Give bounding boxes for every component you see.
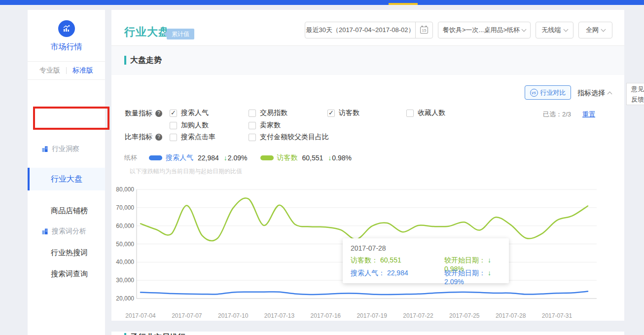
sidebar-item-search-word-query[interactable]: 搜索词查询	[28, 269, 105, 279]
chart-note: 以下涨跌幅均为当前日期与起始日期的比值	[130, 167, 242, 176]
next-section-card: 子行业交易排行	[111, 332, 624, 335]
tab-pro-version[interactable]: 专业版	[34, 66, 66, 75]
sidebar: 市场行情 专业版 标准版 行业洞察 行业大盘 商品店铺榜 搜索词分析	[28, 10, 105, 335]
tooltip-change: 2.09%	[444, 278, 464, 286]
compare-label: 行业对比	[540, 88, 566, 97]
indicator-select-label: 指标选择	[577, 89, 605, 97]
checkbox-payment-parent-ratio[interactable]: 支付金额较父类目占比	[249, 133, 329, 142]
chevron-down-icon	[601, 27, 606, 32]
label-text: 比率指标	[125, 133, 152, 142]
checkbox-seller-count[interactable]: 卖家数	[249, 121, 281, 130]
top-nav-active-tab-indicator	[389, 3, 418, 5]
sidebar-brand: 市场行情	[28, 10, 105, 52]
down-arrow-icon: ↓	[488, 256, 491, 264]
section-accent-bar	[124, 56, 126, 65]
checkbox-label: 交易指数	[260, 109, 287, 117]
legend-category: 纸杯	[124, 153, 137, 162]
terminal-dropdown[interactable]: 无线端	[536, 22, 573, 38]
building-icon	[41, 146, 48, 152]
label-text: 数量指标	[125, 109, 152, 118]
tooltip-value: 22,984	[387, 269, 408, 277]
industry-compare-button[interactable]: vs 行业对比	[525, 85, 571, 100]
feedback-text-1: 意见	[631, 84, 644, 94]
svg-text:20,000: 20,000	[116, 295, 134, 302]
svg-text:2017-07-16: 2017-07-16	[311, 312, 341, 319]
checkbox-label: 搜索人气	[181, 109, 209, 117]
chart-tooltip: 2017-07-28 访客数： 60,551 较开始日期： ↓ 0.98% 搜索…	[343, 238, 509, 283]
cumulative-value-badge: 累计值	[167, 29, 194, 39]
date-range-text[interactable]: 最近30天（2017-07-04~2017-08-02）	[305, 26, 415, 35]
legend-value-search: 22,984	[198, 154, 219, 162]
checkbox[interactable]	[249, 110, 256, 117]
checkbox[interactable]	[249, 122, 256, 129]
feedback-button[interactable]: 意见 反馈	[626, 83, 644, 105]
checkbox-search-click-rate[interactable]: 搜索点击率	[170, 133, 215, 142]
svg-text:80,000: 80,000	[116, 186, 134, 193]
svg-text:2017-07-25: 2017-07-25	[449, 312, 480, 319]
chevron-down-icon	[522, 27, 527, 32]
chevron-up-icon	[608, 92, 612, 97]
legend-name-visitor[interactable]: 访客数	[277, 153, 298, 162]
page-title: 行业大盘	[124, 25, 170, 39]
tooltip-value: 60,551	[380, 256, 401, 264]
checkbox[interactable]	[170, 134, 177, 141]
checkbox[interactable]	[406, 110, 414, 117]
legend-change-search: 2.09%	[228, 154, 248, 162]
tooltip-date: 2017-07-28	[351, 244, 501, 252]
section-label: 搜索词分析	[52, 227, 86, 236]
sidebar-item-industry-market[interactable]: 行业大盘	[28, 168, 105, 190]
tooltip-row-search: 搜索人气： 22,984 较开始日期： ↓ 2.09%	[351, 269, 501, 278]
legend-change-visitor: 0.98%	[332, 154, 352, 162]
vs-icon: vs	[530, 89, 538, 97]
svg-text:2017-07-04: 2017-07-04	[125, 312, 156, 319]
market-chart-icon	[58, 20, 75, 37]
help-icon[interactable]: ?	[155, 110, 162, 117]
checkbox[interactable]	[170, 122, 177, 129]
main-panel: 行业大盘 累计值 最近30天（2017-07-04~2017-08-02） 15…	[111, 10, 624, 321]
checkbox[interactable]	[249, 134, 256, 141]
section-header-band: 大盘走势	[111, 46, 624, 75]
indicator-select-toggle[interactable]: 指标选择	[577, 89, 611, 98]
date-range-picker[interactable]: 最近30天（2017-07-04~2017-08-02） 15	[305, 22, 433, 38]
svg-text:2017-07-28: 2017-07-28	[496, 312, 526, 319]
down-arrow-icon: ↓	[224, 154, 227, 162]
category-text: 餐饮具>一次...桌用品>纸杯	[443, 26, 520, 35]
svg-text:50,000: 50,000	[116, 241, 134, 248]
building-icon	[41, 228, 48, 235]
category-dropdown[interactable]: 餐饮具>一次...桌用品>纸杯	[438, 22, 531, 38]
help-icon[interactable]: ?	[155, 134, 162, 141]
checkbox-search-popularity[interactable]: 搜索人气	[170, 109, 209, 117]
feedback-text-2: 反馈	[631, 94, 644, 105]
calendar-button[interactable]: 15	[415, 22, 432, 38]
checkbox-label: 支付金额较父类目占比	[260, 133, 329, 142]
svg-text:2017-07-31: 2017-07-31	[542, 312, 572, 319]
svg-text:30,000: 30,000	[116, 277, 134, 284]
svg-text:2017-07-13: 2017-07-13	[264, 312, 295, 319]
svg-text:2017-07-07: 2017-07-07	[172, 312, 202, 319]
section-title: 大盘走势	[130, 55, 162, 66]
ratio-indicator-label: 比率指标 ?	[125, 133, 162, 142]
chevron-down-icon	[563, 27, 568, 32]
checkbox-add-cart-count[interactable]: 加购人数	[170, 121, 209, 130]
legend-pill-blue[interactable]	[149, 155, 162, 160]
tab-standard-version[interactable]: 标准版	[67, 66, 99, 75]
checkbox[interactable]	[170, 110, 177, 117]
reset-link[interactable]: 重置	[582, 110, 595, 119]
sidebar-item-product-shop-ranking[interactable]: 商品店铺榜	[28, 206, 105, 216]
tooltip-label: 访客数：	[351, 256, 378, 264]
svg-text:70,000: 70,000	[116, 204, 134, 211]
tooltip-row-visitor: 访客数： 60,551 较开始日期： ↓ 0.98%	[351, 256, 501, 265]
down-arrow-icon: ↓	[488, 269, 491, 277]
scope-dropdown[interactable]: 全网	[578, 22, 612, 38]
checkbox-label: 访客数	[339, 109, 359, 117]
checkbox-transaction-index[interactable]: 交易指数	[249, 109, 287, 117]
sidebar-section-search-analysis: 搜索词分析	[28, 227, 86, 236]
checkbox-visitor-count[interactable]: 访客数	[327, 109, 359, 117]
section-label: 行业洞察	[52, 145, 79, 153]
legend-name-search[interactable]: 搜索人气	[166, 153, 193, 162]
sidebar-item-hot-search-words[interactable]: 行业热搜词	[28, 248, 105, 258]
legend-pill-green[interactable]	[260, 155, 274, 160]
checkbox[interactable]	[327, 110, 335, 117]
checkbox-favorite-count[interactable]: 收藏人数	[406, 109, 445, 117]
svg-text:2017-07-10: 2017-07-10	[218, 312, 249, 319]
